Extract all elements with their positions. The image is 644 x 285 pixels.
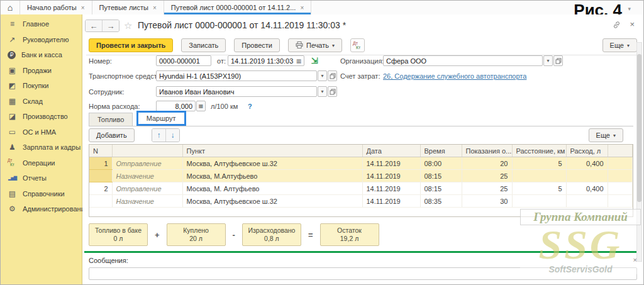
tab-close-icon[interactable]: ×	[300, 4, 304, 11]
move-row-up-button[interactable]: ↑	[152, 129, 165, 142]
briefcase-icon: ▣	[8, 66, 17, 75]
sidebar-item-main[interactable]: ≡ Главное	[1, 16, 82, 32]
organization-input[interactable]: Сфера ООО	[383, 55, 543, 66]
table-more-button[interactable]: Еще ▾	[589, 128, 623, 142]
employee-open-button[interactable]	[328, 86, 337, 97]
organization-dropdown-button[interactable]: ▾	[543, 55, 553, 66]
organization-open-button[interactable]	[553, 55, 563, 66]
calculator-icon: ▦	[199, 103, 204, 109]
printer-icon	[296, 42, 303, 50]
calculator-button[interactable]: ▦	[196, 101, 206, 111]
post-and-close-button[interactable]: Провести и закрыть	[89, 38, 173, 52]
sidebar-item-manager[interactable]: ↗ Руководителю	[1, 32, 82, 48]
debit-credit-button[interactable]: Дт Кт	[350, 38, 365, 52]
sidebar-item-reports[interactable]: ▂▅▇ Отчеты	[1, 170, 82, 186]
help-link[interactable]: ?	[248, 103, 252, 110]
browser-tab-bar: ⌂ Начало работы × Путевые листы × Путево…	[1, 1, 643, 15]
forward-button[interactable]: →	[102, 20, 119, 31]
back-button[interactable]: ←	[86, 20, 102, 31]
calendar-icon[interactable]: ▦	[295, 57, 303, 65]
sidebar-item-operations[interactable]: Дт Кт Операции	[1, 155, 82, 171]
save-button[interactable]: Записать	[181, 38, 226, 52]
tab-label: Путевые листы	[99, 4, 148, 11]
tab-close-icon[interactable]: ×	[81, 4, 85, 11]
chevron-down-icon: ▾	[332, 43, 335, 48]
sidebar-item-bank-cash[interactable]: ₽ Банк и касса	[1, 47, 82, 63]
employee-input[interactable]: Иванов Иван Иванович	[156, 86, 317, 97]
tab-label: Начало работы	[27, 4, 77, 11]
chevron-down-icon: ▾	[547, 58, 549, 64]
col-header-consumption: Расход, л	[566, 145, 608, 157]
bar-chart-icon: ▂▅▇	[8, 176, 17, 181]
sidebar-item-fixed-assets[interactable]: ▭ ОС и НМА	[1, 125, 82, 140]
sidebar-item-label: Отчеты	[23, 174, 47, 182]
vehicle-open-button[interactable]	[328, 70, 337, 81]
sidebar-item-administration[interactable]: ⚙ Администрирование	[1, 201, 82, 217]
fuel-rate-input[interactable]: 8,000	[156, 101, 196, 111]
sidebar-item-label: Администрирование	[23, 205, 89, 213]
sidebar-item-purchases[interactable]: ◩ Покупки	[1, 78, 82, 94]
table-row[interactable]: Назначение Москва, М.Алтуфьево 14.11.201…	[89, 170, 633, 182]
organization-label: Организация:	[340, 57, 384, 65]
employee-dropdown-button[interactable]: ▾	[318, 86, 327, 97]
document-header-form: Номер: 0000-000001 от: 14.11.2019 11:30:…	[82, 55, 643, 113]
home-tab-button[interactable]: ⌂	[1, 1, 20, 14]
print-button[interactable]: Печать ▾	[288, 38, 342, 52]
truck-icon: ▭	[8, 128, 17, 137]
close-document-icon[interactable]: ×	[630, 20, 635, 29]
sidebar-item-label: Банк и касса	[21, 51, 62, 59]
col-header-time: Время	[420, 145, 462, 157]
tab-waybill-document[interactable]: Путевой лист 0000-000001 от 14.11.2... ×	[164, 1, 311, 14]
tab-close-icon[interactable]: ×	[153, 4, 157, 11]
route-table-toolbar: Добавить ↑ ↓ Еще ▾	[89, 128, 633, 143]
table-row[interactable]: Назначение Москва, Алтуфьевское ш.32 14.…	[89, 195, 633, 208]
tab-start-page[interactable]: Начало работы ×	[20, 1, 92, 14]
post-button[interactable]: Провести	[234, 38, 280, 52]
messages-panel	[89, 267, 637, 280]
number-input[interactable]: 0000-000001	[156, 55, 211, 66]
col-header-distance: Расстояние, км	[512, 145, 566, 157]
tab-route[interactable]: Маршрут	[136, 111, 186, 126]
document-titlebar: ← → ☆ Путевой лист 0000-000001 от 14.11.…	[82, 18, 643, 35]
document-area: ← → ☆ Путевой лист 0000-000001 от 14.11.…	[82, 14, 643, 284]
menu-icon: ≡	[8, 20, 17, 28]
col-header-filler	[608, 145, 633, 157]
sidebar-item-production[interactable]: ◪ Производство	[1, 109, 82, 125]
debit-credit-icon: Дт Кт	[8, 159, 17, 167]
get-link-icon[interactable]	[613, 21, 621, 31]
vertical-scrollbar[interactable]	[636, 42, 642, 262]
sidebar-item-label: Главное	[23, 20, 49, 28]
add-row-button[interactable]: Добавить	[89, 128, 135, 142]
fuel-rate-unit: л/100 км	[211, 103, 238, 110]
cart-icon: ◩	[8, 81, 17, 90]
sidebar-item-label: Зарплата и кадры	[23, 143, 80, 151]
tab-fuel[interactable]: Топливо	[89, 113, 133, 126]
col-header-type	[112, 145, 182, 157]
col-header-n: N	[89, 145, 112, 157]
vehicle-label: Транспортное средство:	[89, 72, 167, 80]
sidebar-item-label: ОС и НМА	[23, 128, 56, 136]
tab-waybills-list[interactable]: Путевые листы ×	[92, 1, 164, 14]
table-row[interactable]: 1 Отправление Москва, Алтуфьевское ш.32 …	[89, 157, 633, 170]
scrollbar-thumb[interactable]	[637, 54, 641, 202]
sidebar-item-sales[interactable]: ▣ Продажи	[1, 63, 82, 79]
sidebar-item-label: Справочники	[23, 190, 65, 198]
sidebar-item-directories[interactable]: ▤ Справочники	[1, 186, 82, 202]
date-input[interactable]: 14.11.2019 11:30:03 ▦	[228, 55, 304, 66]
more-actions-button[interactable]: Еще ▾	[602, 38, 637, 52]
sidebar-item-warehouse[interactable]: ▦ Склад	[1, 94, 82, 109]
document-title: Путевой лист 0000-000001 от 14.11.2019 1…	[138, 20, 346, 30]
employee-label: Сотрудник:	[89, 88, 125, 96]
book-icon: ▤	[8, 189, 17, 198]
vehicle-input[interactable]: Hyundai H-1 (A153PX190)	[156, 70, 317, 81]
table-row[interactable]: 2 Отправление Москва, М. Алтуфьево 14.11…	[89, 182, 633, 195]
move-row-down-button[interactable]: ↓	[165, 129, 179, 142]
vehicle-dropdown-button[interactable]: ▾	[318, 70, 327, 81]
document-tab-strip: Топливо Маршрут	[89, 112, 633, 126]
sidebar-item-salary-staff[interactable]: ♟ Зарплата и кадры	[1, 140, 82, 155]
favorite-star-icon[interactable]: ☆	[124, 20, 132, 31]
sidebar-item-label: Покупки	[23, 82, 48, 89]
fill-from-list-icon[interactable]: ⇲	[311, 56, 318, 65]
plus-operator: +	[155, 230, 160, 240]
cost-account-link[interactable]: 26, Содержание служебного автотранспорта	[383, 72, 526, 80]
